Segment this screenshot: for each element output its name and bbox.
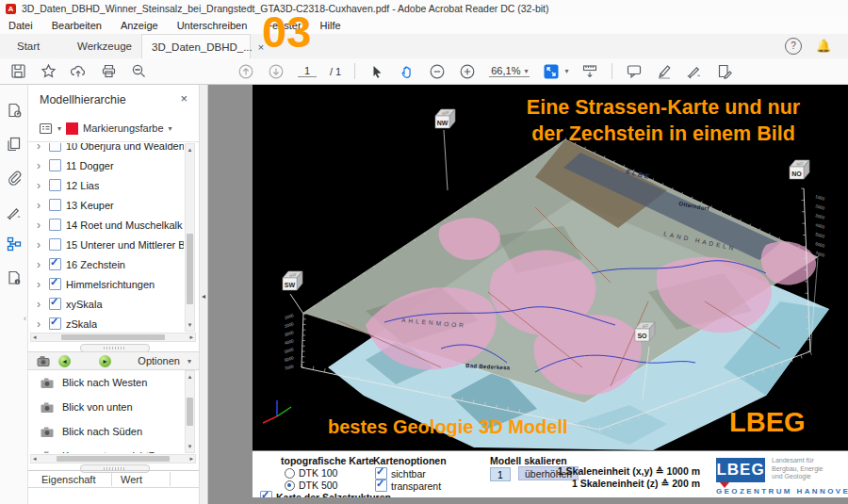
document-properties-icon[interactable] bbox=[6, 269, 23, 286]
expand-chevron-icon[interactable]: › bbox=[37, 201, 44, 210]
model-tree-item[interactable]: › zSkala bbox=[28, 314, 97, 332]
select-tool-icon[interactable] bbox=[368, 63, 385, 80]
views-scroll-up-arrow[interactable]: ▴ bbox=[186, 372, 194, 382]
visibility-checkbox[interactable] bbox=[49, 298, 61, 310]
model-tree-item[interactable]: › 16 Zechstein bbox=[28, 254, 125, 274]
views-scroll-left-arrow[interactable]: ◂ bbox=[33, 455, 37, 463]
views-scroll-right-arrow[interactable]: ▸ bbox=[189, 455, 193, 463]
print-icon[interactable] bbox=[100, 63, 117, 80]
zoom-level-select[interactable]: 66,1% ▾ bbox=[489, 65, 530, 77]
views-vertical-scrollbar[interactable]: ▴ ▾ bbox=[185, 370, 195, 453]
tab-tools[interactable]: Werkzeuge bbox=[68, 34, 141, 58]
expand-chevron-icon[interactable]: › bbox=[37, 300, 44, 309]
help-icon[interactable]: ? bbox=[785, 38, 802, 55]
radio-dtk500[interactable]: DTK 500 bbox=[285, 480, 337, 491]
orientation-cube-nw[interactable]: NWNW bbox=[435, 109, 455, 128]
views-horizontal-scrollbar[interactable]: ◂ ▸ bbox=[30, 454, 196, 463]
ruler-tool-icon[interactable] bbox=[581, 63, 598, 80]
orientation-cube-no[interactable]: NONO bbox=[790, 160, 809, 179]
tree-options-caret-icon[interactable]: ▾ bbox=[57, 124, 61, 133]
model-tree-item[interactable]: › 15 Unterer und Mittlerer Bur bbox=[28, 235, 184, 254]
previous-page-icon[interactable] bbox=[237, 63, 254, 80]
scroll-right-arrow[interactable]: ▸ bbox=[189, 333, 193, 341]
model-tree-item[interactable]: › Himmelsrichtungen bbox=[28, 274, 155, 294]
page-number-input[interactable]: 1 bbox=[298, 65, 317, 77]
visibility-checkbox[interactable] bbox=[49, 199, 61, 211]
view-list-item[interactable]: Kommentaransicht7 bbox=[28, 444, 184, 453]
hand-tool-icon[interactable] bbox=[399, 63, 416, 80]
next-page-icon[interactable] bbox=[268, 63, 285, 80]
expand-chevron-icon[interactable]: › bbox=[37, 260, 44, 269]
transparent-checkbox[interactable]: transparent bbox=[375, 480, 441, 492]
highlighter-icon[interactable] bbox=[656, 63, 673, 80]
tree-horizontal-scrollbar[interactable]: ◂ ▸ bbox=[30, 333, 196, 342]
marker-color-swatch[interactable] bbox=[66, 122, 78, 135]
scroll-up-arrow[interactable]: ▴ bbox=[186, 145, 194, 154]
model-tree-item[interactable]: › 14 Roet und Muschelkalk bbox=[28, 215, 183, 235]
panel-collapse-caret[interactable]: ‹ bbox=[24, 314, 26, 323]
expand-chevron-icon[interactable]: › bbox=[37, 181, 44, 190]
model-tree-item[interactable]: › 11 Dogger bbox=[28, 155, 114, 175]
save-icon[interactable] bbox=[9, 63, 26, 80]
zoom-in-icon[interactable] bbox=[459, 63, 476, 80]
radio-dtk100[interactable]: DTK 100 bbox=[285, 467, 337, 479]
visibility-checkbox[interactable] bbox=[49, 317, 61, 330]
orientation-cube-so[interactable]: SOSO bbox=[635, 322, 655, 341]
comment-icon[interactable] bbox=[626, 63, 643, 80]
menu-datei[interactable]: Datei bbox=[8, 20, 33, 31]
marker-color-caret-icon[interactable]: ▾ bbox=[169, 124, 172, 133]
views-scroll-down-arrow[interactable]: ▾ bbox=[186, 442, 194, 451]
fit-page-caret-icon[interactable]: ▾ bbox=[564, 67, 568, 75]
tree-options-icon[interactable] bbox=[38, 121, 53, 136]
radio-dtk500-control[interactable] bbox=[285, 480, 295, 491]
3d-model-canvas[interactable]: ELBEOtterndorfLAND HADELNAHLENMOORBad Be… bbox=[253, 85, 848, 450]
cloud-upload-icon[interactable] bbox=[70, 63, 87, 80]
model-tree-icon-active[interactable] bbox=[6, 236, 23, 252]
views-hscroll-thumb[interactable] bbox=[57, 456, 170, 462]
model-tree-item[interactable]: › 10 Oberjura und Wealden bbox=[28, 143, 184, 155]
views-options-caret-icon[interactable]: ▾ bbox=[188, 357, 191, 366]
signatures-pen-icon[interactable] bbox=[6, 203, 23, 220]
gutter-collapse-caret[interactable]: ◂ bbox=[202, 292, 205, 301]
panel-resize-gutter[interactable]: ◂ bbox=[199, 85, 208, 504]
visibility-checkbox[interactable] bbox=[49, 179, 61, 191]
visibility-checkbox[interactable] bbox=[49, 278, 61, 290]
zoom-out-icon[interactable] bbox=[429, 63, 446, 80]
visibility-checkbox[interactable] bbox=[49, 258, 61, 270]
view-list-item[interactable]: Blick nach Süden bbox=[28, 419, 184, 444]
tree-vertical-scrollbar[interactable]: ▴ ▾ bbox=[185, 143, 195, 332]
expand-chevron-icon[interactable]: › bbox=[37, 319, 44, 329]
visibility-checkbox[interactable] bbox=[49, 159, 61, 171]
view-list-item[interactable]: Blick nach Westen bbox=[28, 370, 184, 395]
view-list-item[interactable]: Blick von unten bbox=[28, 395, 184, 419]
expand-chevron-icon[interactable]: › bbox=[37, 143, 44, 151]
menu-bearbeiten[interactable]: Bearbeiten bbox=[52, 20, 102, 31]
camera-views-icon[interactable] bbox=[36, 354, 51, 367]
export-pdf-icon[interactable] bbox=[6, 102, 23, 119]
views-options-label[interactable]: Optionen bbox=[138, 355, 180, 366]
model-tree-item[interactable]: › 12 Lias bbox=[28, 175, 99, 195]
views-scroll-thumb[interactable] bbox=[187, 398, 193, 426]
next-view-button[interactable]: ▸ bbox=[99, 355, 111, 367]
transparent-checkbox-control[interactable] bbox=[375, 480, 387, 492]
expand-chevron-icon[interactable]: › bbox=[37, 280, 44, 289]
star-icon[interactable] bbox=[40, 63, 57, 80]
previous-view-button[interactable]: ◂ bbox=[58, 355, 71, 367]
attachments-paperclip-icon[interactable] bbox=[6, 170, 23, 187]
tab-start[interactable]: Start bbox=[8, 34, 49, 58]
model-tree-item[interactable]: › 13 Keuper bbox=[28, 195, 114, 215]
expand-chevron-icon[interactable]: › bbox=[37, 240, 44, 250]
visibility-checkbox[interactable] bbox=[49, 238, 61, 251]
expand-chevron-icon[interactable]: › bbox=[37, 220, 44, 230]
visibility-checkbox[interactable] bbox=[49, 219, 61, 231]
sign-pen-icon[interactable] bbox=[686, 63, 703, 80]
notifications-bell-icon[interactable]: 🔔 bbox=[816, 39, 831, 53]
fill-sign-icon[interactable] bbox=[716, 63, 733, 80]
scale-value-input[interactable] bbox=[490, 467, 511, 481]
scroll-left-arrow[interactable]: ◂ bbox=[33, 333, 37, 341]
radio-dtk100-control[interactable] bbox=[285, 468, 295, 479]
search-icon[interactable] bbox=[130, 63, 147, 80]
menu-unterschreiben[interactable]: Unterschreiben bbox=[177, 20, 248, 31]
visibility-checkbox[interactable] bbox=[49, 143, 61, 152]
model-tree-item[interactable]: › xySkala bbox=[28, 294, 103, 314]
